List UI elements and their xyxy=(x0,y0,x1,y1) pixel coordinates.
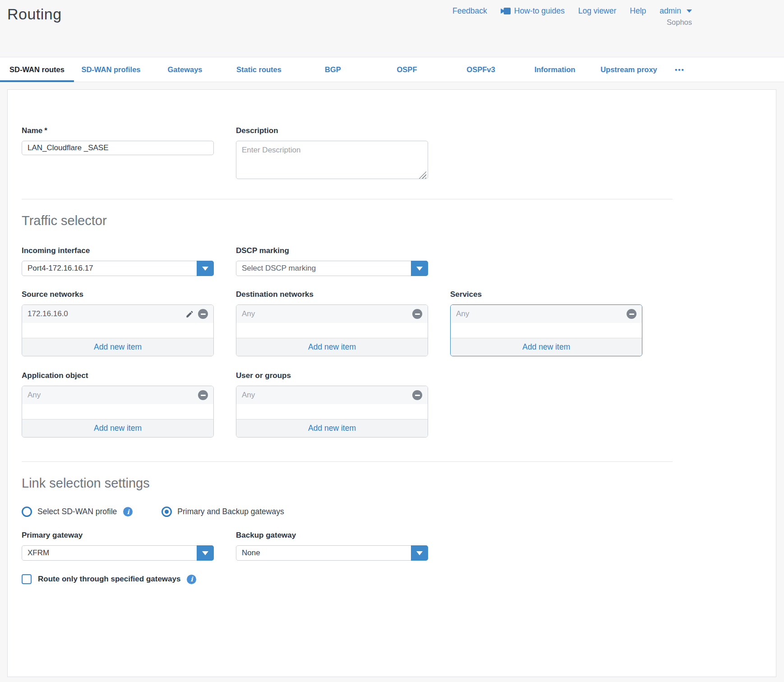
radio-primary-backup-gateways[interactable] xyxy=(161,507,172,517)
link-selection-heading: Link selection settings xyxy=(22,476,673,491)
name-input[interactable] xyxy=(22,141,214,155)
list-empty-area xyxy=(22,404,213,419)
application-object-listbox: Any Add new item xyxy=(22,386,214,438)
dscp-marking-label: DSCP marking xyxy=(236,246,428,255)
remove-icon[interactable] xyxy=(412,390,422,400)
gateways-row: Primary gateway XFRM Backup gateway None xyxy=(22,531,673,561)
info-icon[interactable]: i xyxy=(187,575,196,584)
list-item[interactable]: 172.16.16.0 xyxy=(22,305,213,323)
destination-networks-field: Destination networks Any Add new item xyxy=(236,290,428,356)
radio-sdwan-profile-label: Select SD-WAN profile xyxy=(37,507,117,516)
source-networks-label: Source networks xyxy=(22,290,214,299)
dscp-marking-select[interactable]: Select DSCP marking xyxy=(236,261,428,276)
list-item-text: Any xyxy=(456,309,627,318)
traffic-selector-heading: Traffic selector xyxy=(22,213,673,228)
dscp-marking-value: Select DSCP marking xyxy=(236,261,411,276)
howto-guides-label: How-to guides xyxy=(514,6,565,16)
radio-select-sdwan-profile[interactable] xyxy=(22,507,32,517)
source-networks-field: Source networks 172.16.16.0 Add new item xyxy=(22,290,214,356)
dropdown-button[interactable] xyxy=(411,261,428,276)
application-object-field: Application object Any Add new item xyxy=(22,371,214,438)
source-networks-listbox: 172.16.16.0 Add new item xyxy=(22,304,214,356)
required-mark: * xyxy=(44,126,47,135)
user-or-groups-listbox: Any Add new item xyxy=(236,386,428,438)
tab-gateways[interactable]: Gateways xyxy=(148,57,222,82)
networks-services-row: Source networks 172.16.16.0 Add new item… xyxy=(22,290,673,356)
video-camera-icon xyxy=(501,8,511,14)
tab-upstream-proxy[interactable]: Upstream proxy xyxy=(592,57,666,82)
more-tabs-button[interactable]: ••• xyxy=(666,57,694,82)
header-links: Feedback How-to guides Log viewer Help a… xyxy=(452,6,692,16)
brand-label: Sophos xyxy=(667,18,692,27)
remove-icon[interactable] xyxy=(198,309,208,319)
chevron-down-icon xyxy=(202,551,208,555)
tab-static-routes[interactable]: Static routes xyxy=(222,57,296,82)
chevron-down-icon xyxy=(416,267,423,271)
destination-networks-listbox: Any Add new item xyxy=(236,304,428,356)
tab-sdwan-routes[interactable]: SD-WAN routes xyxy=(0,57,74,82)
list-empty-area xyxy=(236,404,428,419)
link-selection-radios: Select SD-WAN profile i Primary and Back… xyxy=(22,507,673,517)
add-new-item-button[interactable]: Add new item xyxy=(451,338,642,356)
sdwan-route-form-panel: Name* Description Traffic selector Incom… xyxy=(7,89,776,677)
list-item[interactable]: Any xyxy=(236,305,428,323)
tab-bgp[interactable]: BGP xyxy=(296,57,370,82)
log-viewer-label: Log viewer xyxy=(578,6,617,16)
log-viewer-link[interactable]: Log viewer xyxy=(578,6,617,16)
radio-primary-backup-label: Primary and Backup gateways xyxy=(177,507,284,516)
incoming-interface-select[interactable]: Port4-172.16.16.17 xyxy=(22,261,214,276)
section-divider xyxy=(22,461,673,462)
name-label: Name* xyxy=(22,126,214,135)
description-label: Description xyxy=(236,126,428,135)
chevron-down-icon xyxy=(687,9,692,13)
list-item[interactable]: Any xyxy=(236,386,428,404)
edit-icon[interactable] xyxy=(184,309,194,319)
remove-icon[interactable] xyxy=(198,390,208,400)
howto-guides-link[interactable]: How-to guides xyxy=(501,6,565,16)
info-icon[interactable]: i xyxy=(123,507,133,516)
user-or-groups-field: User or groups Any Add new item xyxy=(236,371,428,438)
list-item-text: 172.16.16.0 xyxy=(28,309,184,318)
admin-menu[interactable]: admin xyxy=(659,6,692,16)
add-new-item-button[interactable]: Add new item xyxy=(22,338,213,356)
tab-information[interactable]: Information xyxy=(518,57,592,82)
tab-ospf[interactable]: OSPF xyxy=(370,57,444,82)
name-field: Name* xyxy=(22,126,214,181)
add-new-item-button[interactable]: Add new item xyxy=(236,419,428,437)
list-item[interactable]: Any xyxy=(22,386,213,404)
services-field: Services Any Add new item xyxy=(450,290,642,356)
description-textarea[interactable] xyxy=(236,141,428,179)
route-only-row: Route only through specified gateways i xyxy=(22,574,673,584)
add-new-item-button[interactable]: Add new item xyxy=(236,338,428,356)
remove-icon[interactable] xyxy=(412,309,422,319)
dropdown-button[interactable] xyxy=(411,545,428,561)
services-label: Services xyxy=(450,290,642,299)
user-or-groups-label: User or groups xyxy=(236,371,428,380)
list-item[interactable]: Any xyxy=(451,305,642,323)
name-description-row: Name* Description xyxy=(22,126,673,181)
dropdown-button[interactable] xyxy=(197,545,214,561)
interface-dscp-row: Incoming interface Port4-172.16.16.17 DS… xyxy=(22,246,673,276)
feedback-link[interactable]: Feedback xyxy=(452,6,487,16)
chevron-down-icon xyxy=(202,267,208,271)
help-link[interactable]: Help xyxy=(630,6,646,16)
incoming-interface-label: Incoming interface xyxy=(22,246,214,255)
tab-ospfv3[interactable]: OSPFv3 xyxy=(444,57,518,82)
dscp-marking-field: DSCP marking Select DSCP marking xyxy=(236,246,428,276)
primary-gateway-value: XFRM xyxy=(22,546,197,560)
backup-gateway-select[interactable]: None xyxy=(236,545,428,561)
list-item-text: Any xyxy=(242,309,412,318)
tab-sdwan-profiles[interactable]: SD-WAN profiles xyxy=(74,57,148,82)
tab-bar: SD-WAN routes SD-WAN profiles Gateways S… xyxy=(0,57,784,82)
remove-icon[interactable] xyxy=(627,309,636,319)
incoming-interface-value: Port4-172.16.16.17 xyxy=(22,261,197,276)
primary-gateway-select[interactable]: XFRM xyxy=(22,545,214,561)
dropdown-button[interactable] xyxy=(197,261,214,276)
add-new-item-button[interactable]: Add new item xyxy=(22,419,213,437)
list-item-text: Any xyxy=(28,391,198,400)
list-empty-area xyxy=(451,323,642,338)
admin-label: admin xyxy=(659,6,681,16)
list-item-text: Any xyxy=(242,391,412,400)
backup-gateway-value: None xyxy=(236,546,411,560)
route-only-checkbox[interactable] xyxy=(22,574,32,584)
